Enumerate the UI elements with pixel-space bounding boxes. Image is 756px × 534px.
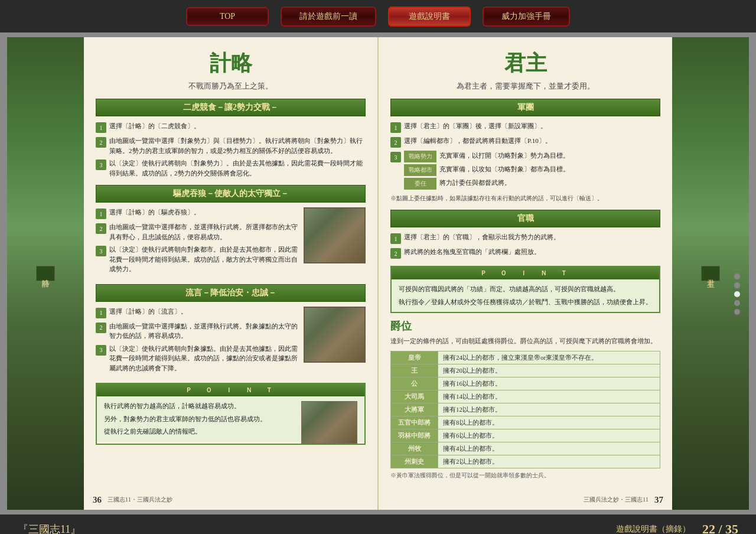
- rank-name-7: 州牧: [391, 442, 438, 455]
- bottom-bar: 『三國志11』 遊戲說明書（摘錄） 22 / 35: [0, 515, 756, 534]
- num-23: 3: [96, 246, 106, 256]
- dot-3: [734, 291, 740, 297]
- item-3-1: 1 選擇〔計略〕的〔流言〕。: [96, 307, 299, 318]
- group-item-2: 2 選擇〔編輯都市〕，都督武將將目動選擇〔P.10〕。: [390, 136, 660, 148]
- item-1-2-text: 由地圖或一覽當中選擇〔對象勢力〕與〔目標勢力〕。執行武將將朝向〔對象勢力〕執行策…: [109, 136, 366, 155]
- num-1: 1: [96, 122, 106, 133]
- rank-row-5: 五官中郎將 擁有8以上的都市。: [391, 416, 660, 429]
- official-block: 官職 1 選擇〔君主〕的〔官職〕，會顯示出我方勢力的武將。 2 將武將的姓名拖曳…: [390, 210, 660, 259]
- page-right: 君主 為君主者，需要掌握麾下，並量才委用。 軍團 1 選擇〔君主〕的〔軍團〕後，…: [379, 37, 672, 510]
- g-num-3: 3: [390, 152, 401, 162]
- official-item-2: 2 將武將的姓名拖曳至官職的「武將欄」處照放。: [390, 247, 660, 259]
- left-page-title: 計略: [96, 49, 366, 78]
- sub-row-1: 戰略勢力 充實軍備，以打開〔功略對象〕勢力為目標。: [404, 151, 660, 162]
- rank-name-0: 皇帝: [391, 351, 438, 364]
- rank-row-2: 公 擁有16以上的都市。: [391, 377, 660, 390]
- rank-name-3: 大司馬: [391, 390, 438, 403]
- section-header-official: 官職: [390, 210, 660, 227]
- section-header-1: 二虎競食－讓2勢力交戰－: [96, 99, 366, 116]
- rank-row-7: 州牧 擁有4以上的都市。: [391, 442, 660, 455]
- rank-cond-7: 擁有4以上的都市。: [438, 442, 660, 455]
- rank-name-5: 五官中郎將: [391, 416, 438, 429]
- rank-cond-3: 擁有14以上的都市。: [438, 390, 660, 403]
- dot-indicator: [734, 273, 740, 315]
- rank-cond-0: 擁有24以上的都市，擁立東漢皇帝or東漢皇帝不存在。: [438, 351, 660, 364]
- right-footer-text: 三國兵法之妙・三國志11: [584, 496, 649, 504]
- rank-note: ※黃巾軍法獲得爵位，但是可以從一開始就率領多數的士兵。: [390, 471, 660, 480]
- dot-2: [734, 282, 740, 288]
- section-header-2: 驅虎吞狼－使敵人的太守獨立－: [96, 185, 366, 203]
- section-group-block: 軍團 1 選擇〔君主〕的〔軍團〕後，選擇〔新設軍團〕。 2 選擇〔編輯都市〕，都…: [390, 99, 660, 203]
- text-strategy-city: 充實軍備，以攻知〔功略對象〕都市為目標。: [439, 164, 569, 176]
- right-point-line-1: 可授與的官職因武將的「功績」而定。功績越高的話，可授與的官職就越高。: [399, 284, 652, 295]
- g-num-2: 2: [390, 137, 401, 148]
- item-3-3: 3 以〔決定〕使執行武將朝向對象據點。由於是去其他據點，因此需花費一段時間才能得…: [96, 344, 299, 373]
- left-point-header: Ｐ Ｏ Ｉ Ｎ Ｔ: [97, 384, 364, 396]
- sub-items: 戰略勢力 充實軍備，以打開〔功略對象〕勢力為目標。 戰略都市 充實軍備，以攻知〔…: [404, 151, 660, 191]
- item-3-1-text: 選擇〔計略〕的〔流言〕。: [109, 307, 187, 318]
- item-3-3-text: 以〔決定〕使執行武將朝向對象據點。由於是去其他據點，因此需花費一段時間才能得到結…: [109, 344, 299, 373]
- nav-power-up[interactable]: 威力加強手冊: [483, 6, 570, 27]
- nav-read-before[interactable]: 請於遊戲前一讀: [281, 6, 376, 27]
- sub-row-2: 戰略都市 充實軍備，以攻知〔功略對象〕都市為目標。: [404, 164, 660, 176]
- text-strategy-force: 充實軍備，以打開〔功略對象〕勢力為目標。: [439, 151, 569, 162]
- left-page-num: 36: [93, 495, 102, 505]
- point-img: [301, 401, 357, 444]
- bottom-manual-label: 遊戲說明書（摘錄）: [616, 524, 690, 534]
- rank-cond-6: 擁有6以上的都市。: [438, 429, 660, 442]
- rank-row-0: 皇帝 擁有24以上的都市，擁立東漢皇帝or東漢皇帝不存在。: [391, 351, 660, 364]
- num-2: 2: [96, 137, 106, 148]
- nav-top[interactable]: TOP: [186, 7, 269, 26]
- dot-1: [734, 273, 740, 279]
- page-left: 計略 不戰而勝乃為至上之策。 二虎競食－讓2勢力交戰－ 1 選擇〔計略〕的〔二虎…: [84, 37, 379, 510]
- group-item-2-text: 選擇〔編輯都市〕，都督武將將目動選擇〔P.10〕。: [404, 136, 552, 148]
- strategy-block-1: 二虎競食－讓2勢力交戰－ 1 選擇〔計略〕的〔二虎競食〕。 2 由地圖或一覽當中…: [96, 99, 366, 178]
- rank-row-4: 大將軍 擁有12以上的都市。: [391, 403, 660, 416]
- right-page-subtitle: 為君主者，需要掌握麾下，並量才委用。: [390, 81, 660, 92]
- side-panel-right: 君主: [672, 37, 749, 510]
- rank-row-1: 王 擁有20以上的都市。: [391, 364, 660, 377]
- dot-4: [734, 300, 740, 306]
- item-3-2: 2 由地圖或一覽當中選擇據點，並選擇執行武將。對象據點的太守的智力低的話，將容易…: [96, 321, 299, 341]
- strategy-block-2: 驅虎吞狼－使敵人的太守獨立－ 1 選擇〔計略〕的〔驅虎吞狼〕。 2 由地圖或一覽…: [96, 185, 366, 277]
- rank-section: 爵位 達到一定的條件的話，可由朝廷處獲得爵位。爵位高的話，可授與麾下武將的官職將…: [390, 319, 660, 480]
- item-2-1-text: 選擇〔計略〕的〔驅虎吞狼〕。: [109, 207, 200, 219]
- item-2-1: 1 選擇〔計略〕的〔驅虎吞狼〕。: [96, 207, 299, 219]
- nav-manual[interactable]: 遊戲說明書: [388, 6, 471, 27]
- side-panel-left: 計略: [7, 37, 84, 510]
- book: 計略 計略 不戰而勝乃為至上之策。 二虎競食－讓2勢力交戰－ 1 選擇〔計略〕的…: [7, 37, 749, 510]
- rank-cond-2: 擁有16以上的都市。: [438, 377, 660, 390]
- rank-table: 皇帝 擁有24以上的都市，擁立東漢皇帝or東漢皇帝不存在。 王 擁有20以上的都…: [390, 351, 660, 468]
- rank-cond-1: 擁有20以上的都市。: [438, 364, 660, 377]
- section-header-3: 流言－降低治安・忠誠－: [96, 284, 366, 302]
- rank-cond-5: 擁有8以上的都市。: [438, 416, 660, 429]
- rank-row-8: 州刺史 擁有2以上的都市。: [391, 455, 660, 468]
- num-33: 3: [96, 345, 106, 356]
- group-item-1: 1 選擇〔君主〕的〔軍團〕後，選擇〔新設軍團〕。: [390, 121, 660, 133]
- left-point-body: 執行武將的智力越高的話，計略就越容易成功。 另外，對象勢力的君主或軍師的智力低的…: [97, 396, 364, 442]
- g-num-1: 1: [390, 122, 401, 133]
- rank-cond-8: 擁有2以上的都市。: [438, 455, 660, 468]
- group-item-1-text: 選擇〔君主〕的〔軍團〕後，選擇〔新設軍團〕。: [404, 121, 547, 133]
- top-nav: TOP 請於遊戲前一讀 遊戲說明書 威力加強手冊: [0, 0, 756, 32]
- bottom-page-num: 22 / 35: [702, 522, 738, 534]
- left-page-subtitle: 不戰而勝乃為至上之策。: [96, 81, 366, 92]
- rank-subtitle: 達到一定的條件的話，可由朝廷處獲得爵位。爵位高的話，可授與麾下武將的官職將會增加…: [390, 336, 660, 346]
- group-note: ※點圖上委任據點時，如果該據點存往有未行動的武將的話，可以進行〔輸送〕。: [390, 194, 660, 203]
- num-3: 3: [96, 159, 106, 170]
- right-point-box: Ｐ Ｏ Ｉ Ｎ Ｔ 可授與的官職因武將的「功績」而定。功績越高的話，可授與的官職…: [390, 266, 660, 313]
- strategy-img-1: [304, 207, 366, 263]
- left-tab[interactable]: 計略: [36, 266, 55, 281]
- sub-item-block: 3 戰略勢力 充實軍備，以打開〔功略對象〕勢力為目標。 戰略都市 充實軍備，以攻…: [390, 151, 660, 191]
- right-point-body: 可授與的官職因武將的「功績」而定。功績越高的話，可授與的官職就越高。 執行指令／…: [392, 279, 659, 312]
- o-num-1: 1: [390, 233, 401, 244]
- bottom-title: 『三國志11』: [18, 522, 81, 534]
- item-2-3: 3 以〔決定〕使執行武將朝向對象都市。由於是去其他都市，因此需花費一段時間才能得…: [96, 245, 299, 274]
- rank-row-3: 大司馬 擁有14以上的都市。: [391, 390, 660, 403]
- num-32: 2: [96, 323, 106, 333]
- official-item-2-text: 將武將的姓名拖曳至官職的「武將欄」處照放。: [404, 247, 540, 259]
- main-content: 計略 計略 不戰而勝乃為至上之策。 二虎競食－讓2勢力交戰－ 1 選擇〔計略〕的…: [7, 37, 749, 510]
- right-page-title: 君主: [390, 49, 660, 78]
- label-strategy-city: 戰略都市: [404, 164, 436, 176]
- right-tab[interactable]: 君主: [701, 266, 720, 281]
